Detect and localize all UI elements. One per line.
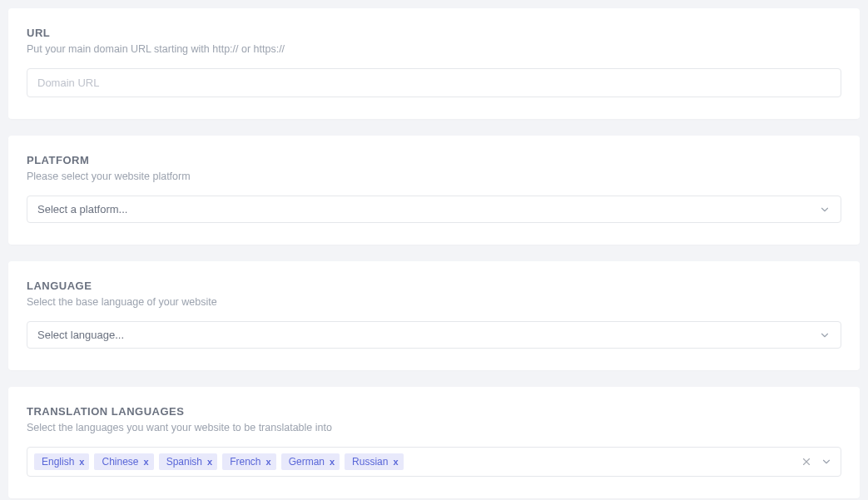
language-select-value: Select language... (37, 329, 124, 341)
language-tag: Englishx (34, 453, 89, 470)
language-tag-label: Russian (352, 456, 388, 468)
translation-languages-card: TRANSLATION LANGUAGES Select the languag… (8, 387, 860, 498)
remove-tag-icon[interactable]: x (79, 458, 84, 467)
language-tag-label: English (42, 456, 74, 468)
url-card: URL Put your main domain URL starting wi… (8, 8, 860, 119)
language-card: LANGUAGE Select the base language of you… (8, 261, 860, 370)
platform-subtitle: Please select your website platform (27, 171, 841, 182)
language-title: LANGUAGE (27, 280, 841, 292)
language-tag-label: Chinese (102, 456, 138, 468)
language-tag: Frenchx (222, 453, 275, 470)
language-tag: Spanishx (159, 453, 218, 470)
remove-tag-icon[interactable]: x (207, 458, 212, 467)
language-tag-label: German (289, 456, 325, 468)
clear-all-icon[interactable] (801, 456, 812, 468)
remove-tag-icon[interactable]: x (266, 458, 271, 467)
url-subtitle: Put your main domain URL starting with h… (27, 43, 841, 55)
platform-select-value: Select a platform... (37, 203, 127, 215)
platform-card: PLATFORM Please select your website plat… (8, 136, 860, 245)
translation-title: TRANSLATION LANGUAGES (27, 405, 841, 418)
form-page: URL Put your main domain URL starting wi… (0, 0, 868, 500)
language-select[interactable]: Select language... (27, 321, 841, 349)
domain-url-input[interactable] (27, 68, 841, 97)
chevron-down-icon (819, 204, 831, 215)
language-tag: Russianx (345, 453, 403, 470)
translation-languages-select[interactable]: EnglishxChinesexSpanishxFrenchxGermanxRu… (27, 447, 841, 477)
language-tag: Chinesex (94, 453, 153, 470)
remove-tag-icon[interactable]: x (393, 458, 398, 467)
remove-tag-icon[interactable]: x (144, 458, 149, 467)
language-tag-label: Spanish (166, 456, 202, 468)
chevron-down-icon[interactable] (821, 456, 832, 468)
translation-subtitle: Select the languages you want your websi… (27, 422, 841, 433)
platform-title: PLATFORM (27, 154, 841, 166)
platform-select[interactable]: Select a platform... (27, 196, 841, 223)
multi-select-controls (801, 456, 834, 468)
url-title: URL (27, 27, 841, 39)
language-tag-label: French (230, 456, 260, 468)
remove-tag-icon[interactable]: x (330, 458, 335, 467)
language-tag: Germanx (281, 453, 340, 470)
chevron-down-icon (819, 329, 831, 341)
language-subtitle: Select the base language of your website (27, 296, 841, 308)
